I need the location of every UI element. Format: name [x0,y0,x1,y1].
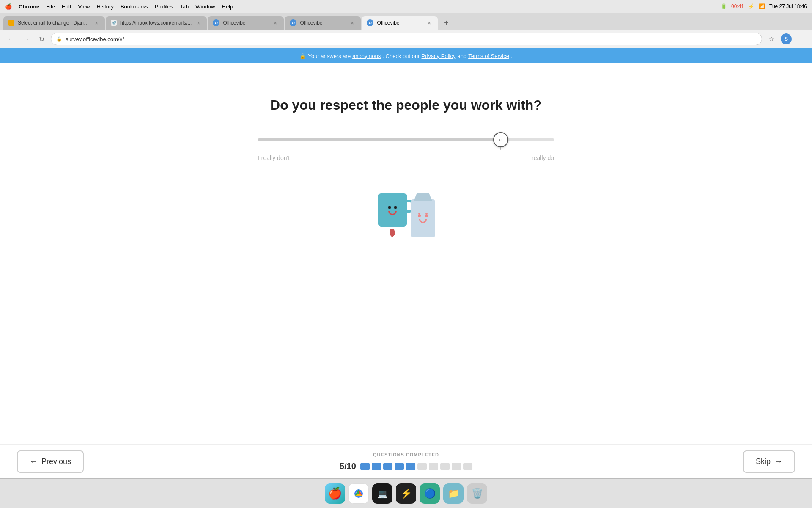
battery-time: 00:41 [731,3,744,9]
tab-favicon-inboxflows: 🔗 [111,20,117,26]
wifi-icon: 📶 [759,3,765,9]
progress-section: 5/10 [340,461,472,471]
cup-eye-right [394,206,397,209]
tab-officevibe-1[interactable]: O Officevibe ✕ [208,16,284,30]
address-bar[interactable]: 🔒 survey.officevibe.com/#/ [51,33,762,45]
arrow-right-icon: → [775,457,782,466]
tab-favicon-ov2: O [290,19,296,26]
menu-bookmarks[interactable]: Bookmarks [121,3,148,10]
slider-track[interactable]: ↔ [258,138,554,141]
bookmark-icon[interactable]: ☆ [765,33,777,45]
reload-button[interactable]: ↻ [36,33,47,45]
datetime: Tue 27 Jul 18:46 [769,3,807,9]
menu-window[interactable]: Window [195,3,215,10]
arrow-left-icon: ← [30,457,37,466]
slider-labels: I really don't I really do [258,155,554,161]
carton-eye-right [425,214,428,217]
tab-officevibe-2[interactable]: O Officevibe ✕ [285,16,361,30]
dock-trash[interactable]: 🗑️ [467,483,487,504]
toolbar: ← → ↻ 🔒 survey.officevibe.com/#/ ☆ S ⋮ [0,30,812,48]
banner-text1: Your answers are [308,53,351,59]
cup-character [378,193,407,237]
dock-blue[interactable]: 🔵 [420,483,440,504]
cup-mouth [388,211,397,215]
profile-icon[interactable]: S [781,33,792,44]
forward-button[interactable]: → [20,33,32,45]
info-banner: 🔒 Your answers are anonymous . Check out… [0,48,812,64]
menu-help[interactable]: Help [222,3,233,10]
progress-count: 5/10 [340,461,356,471]
progress-dot-6 [417,463,427,470]
progress-dot-7 [429,463,438,470]
menu-edit[interactable]: Edit [62,3,71,10]
previous-label: Previous [41,457,71,466]
footer: ← Previous QUESTIONS COMPLETED 5/10 Skip… [0,444,812,478]
lock-icon: 🔒 [56,36,62,42]
app-name[interactable]: Chrome [19,3,39,10]
cup-eye-left [388,206,391,209]
url-text: survey.officevibe.com/#/ [66,36,124,42]
menu-view[interactable]: View [78,3,90,10]
banner-privacy-link[interactable]: Privacy Policy [422,53,456,59]
question-text: Do you respect the people you work with? [270,97,542,113]
apple-menu[interactable]: 🍎 [5,3,12,10]
tab-title-ov2: Officevibe [300,20,346,26]
carton-character [411,199,435,237]
new-tab-button[interactable]: + [440,17,452,29]
progress-dot-3 [383,463,392,470]
dock-files[interactable]: 📁 [443,483,464,504]
dock-chrome[interactable] [348,483,369,504]
banner-lock: 🔒 [299,53,306,59]
cup-face [388,206,397,215]
skip-button[interactable]: Skip → [743,450,795,473]
dock-terminal[interactable]: 💻 [372,483,392,504]
tab-title-ov-active: Officevibe [377,20,422,26]
slider-thumb[interactable]: ↔ [493,132,508,147]
slider-label-right: I really do [528,155,554,161]
cup-eyes [388,206,397,209]
illustration [364,178,448,237]
main-content: Do you respect the people you work with?… [0,64,812,444]
progress-dot-8 [440,463,450,470]
tab-close-django[interactable]: ✕ [93,19,100,26]
progress-dot-4 [395,463,404,470]
progress-dots [360,463,472,470]
tab-close-inboxflows[interactable]: ✕ [195,19,202,26]
slider-label-left: I really don't [258,155,290,161]
back-button[interactable]: ← [5,33,17,45]
questions-completed: QUESTIONS COMPLETED 5/10 [340,452,472,471]
carton-top [411,193,435,201]
menu-profiles[interactable]: Profiles [155,3,173,10]
dock-bolt[interactable]: ⚡ [396,483,416,504]
tab-django[interactable]: Select email to change | Djang... ✕ [3,16,105,30]
tab-title-django: Select email to change | Djang... [18,20,90,26]
tab-inboxflows[interactable]: 🔗 https://inboxflows.com/emails/... ✕ [106,16,207,30]
progress-dot-2 [372,463,381,470]
menu-tab[interactable]: Tab [180,3,189,10]
slider-container: ↔ I really don't I really do [258,138,554,161]
cup-body [378,193,407,227]
progress-dot-5 [406,463,415,470]
banner-anonymous-link[interactable]: anonymous [352,53,381,59]
menu-file[interactable]: File [46,3,55,10]
previous-button[interactable]: ← Previous [17,450,84,473]
progress-dot-10 [463,463,472,470]
tab-close-ov2[interactable]: ✕ [349,19,356,26]
carton-body [411,199,435,237]
more-options-icon[interactable]: ⋮ [795,33,807,45]
banner-text2: . Check out our [382,53,420,59]
tab-officevibe-active[interactable]: O Officevibe ✕ [362,16,438,30]
tab-favicon-ov1: O [213,19,219,26]
cup-tie [390,229,395,237]
banner-text4: . [511,53,513,59]
tab-title-ov1: Officevibe [223,20,269,26]
menu-history[interactable]: History [96,3,113,10]
tab-close-ov1[interactable]: ✕ [272,19,279,26]
carton-eye-left [418,214,421,217]
banner-terms-link[interactable]: Terms of Service [468,53,509,59]
tab-bar: Select email to change | Djang... ✕ 🔗 ht… [0,13,812,30]
dock-finder[interactable]: 🍎 [325,483,345,504]
tab-favicon-django [8,20,14,26]
tab-close-ov-active[interactable]: ✕ [426,19,433,26]
browser-chrome: Select email to change | Djang... ✕ 🔗 ht… [0,13,812,48]
